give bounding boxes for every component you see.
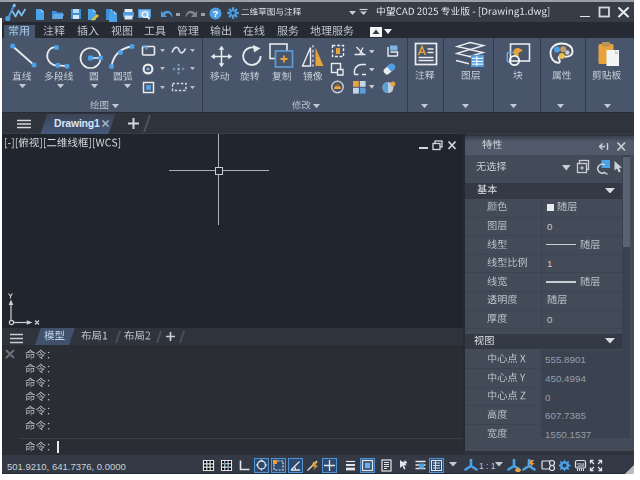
svg-text:SM: SM bbox=[577, 461, 585, 467]
svg-text:?: ? bbox=[213, 8, 219, 19]
